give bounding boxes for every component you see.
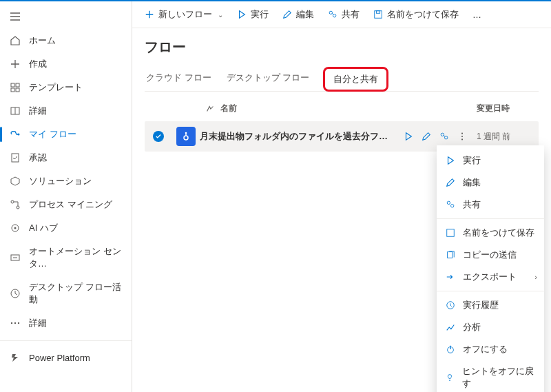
play-icon <box>237 10 247 19</box>
approval-icon <box>10 152 21 163</box>
pencil-icon <box>445 178 456 187</box>
process-icon <box>10 199 21 210</box>
row-share-icon[interactable] <box>439 132 449 141</box>
svg-point-23 <box>461 133 463 134</box>
menu-history[interactable]: 実行履歴 <box>437 294 544 316</box>
nav-templates[interactable]: テンプレート <box>0 76 132 99</box>
hint-icon <box>445 373 455 382</box>
nav-more[interactable]: 詳細 <box>0 311 132 335</box>
nav-label: ソリューション <box>29 175 92 187</box>
tab-shared-with-me[interactable]: 自分と共有 <box>323 67 388 92</box>
svg-point-20 <box>185 132 187 134</box>
row-edit-icon[interactable] <box>422 132 431 141</box>
solution-icon <box>10 176 21 187</box>
row-checkbox[interactable] <box>145 131 172 142</box>
svg-point-22 <box>444 136 447 139</box>
nav-label: デスクトップ フロー活動 <box>29 281 122 306</box>
chevron-down-icon: ⌄ <box>218 11 223 19</box>
col-name[interactable]: 名前 <box>220 103 394 114</box>
nav-process-mining[interactable]: プロセス マイニング <box>0 193 132 216</box>
menu-run[interactable]: 実行 <box>437 149 544 172</box>
hamburger-button[interactable] <box>0 7 132 29</box>
svg-rect-0 <box>11 83 14 87</box>
svg-point-21 <box>441 133 444 136</box>
menu-turn-off[interactable]: オフにする <box>437 338 544 360</box>
nav-power-platform[interactable]: Power Platform <box>0 347 132 369</box>
plus-icon <box>10 59 21 70</box>
save-icon <box>373 10 383 19</box>
toolbar: 新しいフロー ⌄ 実行 編集 共有 名前をつけて保存 … <box>132 1 551 28</box>
row-more-icon[interactable] <box>457 132 467 141</box>
nav-label: マイ フロー <box>29 128 76 141</box>
nav-label: 作成 <box>29 58 47 70</box>
chevron-right-icon: › <box>534 273 537 281</box>
nav-label: オートメーション センタ… <box>29 245 122 270</box>
flow-name[interactable]: 月末提出物フォルダ内のファイルを過去分フォ… <box>200 130 394 143</box>
new-flow-button[interactable]: 新しいフロー ⌄ <box>139 6 229 23</box>
svg-point-13 <box>11 322 12 324</box>
more-icon <box>10 318 21 329</box>
svg-rect-6 <box>12 154 19 162</box>
nav-automation-center[interactable]: オートメーション センタ… <box>0 240 132 276</box>
svg-rect-2 <box>11 88 14 92</box>
menu-export[interactable]: エクスポート› <box>437 266 544 288</box>
svg-rect-29 <box>448 252 453 258</box>
menu-share[interactable]: 共有 <box>437 194 544 216</box>
play-icon <box>445 156 456 165</box>
nav-create[interactable]: 作成 <box>0 52 132 76</box>
toolbar-more-button[interactable]: … <box>467 7 487 23</box>
nav-approvals[interactable]: 承認 <box>0 146 132 169</box>
nav-ai-hub[interactable]: AI ハブ <box>0 216 132 240</box>
share-button[interactable]: 共有 <box>322 6 365 23</box>
flow-modified: 1 週間 前 <box>477 131 539 143</box>
flow-icon <box>10 129 21 140</box>
row-run-icon[interactable] <box>404 132 413 141</box>
svg-point-7 <box>11 200 14 203</box>
page-title: フロー <box>145 38 539 56</box>
template-icon <box>10 82 21 93</box>
list-header: 名前 変更日時 <box>145 92 539 121</box>
svg-point-25 <box>461 138 463 140</box>
menu-hints-off[interactable]: ヒントをオフに戻す <box>437 360 544 392</box>
flow-type-icon <box>172 127 200 146</box>
plus-icon <box>145 10 154 19</box>
svg-point-15 <box>18 322 19 324</box>
ai-icon <box>10 223 21 234</box>
nav-label: テンプレート <box>29 81 83 94</box>
menu-analytics[interactable]: 分析 <box>437 316 544 338</box>
nav-learn[interactable]: 詳細 <box>0 99 132 123</box>
svg-rect-18 <box>375 11 382 19</box>
share-icon <box>328 10 337 19</box>
menu-save-as[interactable]: 名前をつけて保存 <box>437 222 544 244</box>
power-platform-icon <box>10 352 21 363</box>
tab-desktop-flows[interactable]: デスクトップ フロー <box>225 66 311 91</box>
main: 新しいフロー ⌄ 実行 編集 共有 名前をつけて保存 … <box>132 1 551 392</box>
nav-home[interactable]: ホーム <box>0 29 132 52</box>
edit-button[interactable]: 編集 <box>277 6 320 23</box>
tab-cloud-flows[interactable]: クラウド フロー <box>145 66 213 91</box>
svg-point-10 <box>14 227 17 229</box>
nav-my-flows[interactable]: マイ フロー <box>0 123 132 146</box>
menu-edit[interactable]: 編集 <box>437 172 544 194</box>
activity-icon <box>10 288 21 299</box>
svg-point-14 <box>14 322 16 324</box>
nav-label: ホーム <box>29 34 56 47</box>
history-icon <box>445 300 456 310</box>
check-icon <box>153 131 164 142</box>
save-as-button[interactable]: 名前をつけて保存 <box>368 6 464 23</box>
menu-send-copy[interactable]: コピーの送信 <box>437 244 544 266</box>
nav-solutions[interactable]: ソリューション <box>0 169 132 193</box>
home-icon <box>10 35 21 46</box>
svg-rect-1 <box>16 83 19 87</box>
run-button[interactable]: 実行 <box>231 6 274 23</box>
svg-point-5 <box>18 134 20 136</box>
svg-point-27 <box>450 205 453 207</box>
svg-point-24 <box>461 136 463 137</box>
col-modified[interactable]: 変更日時 <box>477 103 539 114</box>
sort-icon[interactable] <box>200 104 220 114</box>
export-icon <box>445 272 456 282</box>
svg-point-26 <box>447 201 450 204</box>
pencil-icon <box>282 10 292 19</box>
svg-point-16 <box>329 11 332 14</box>
nav-desktop-activity[interactable]: デスクトップ フロー活動 <box>0 276 132 311</box>
